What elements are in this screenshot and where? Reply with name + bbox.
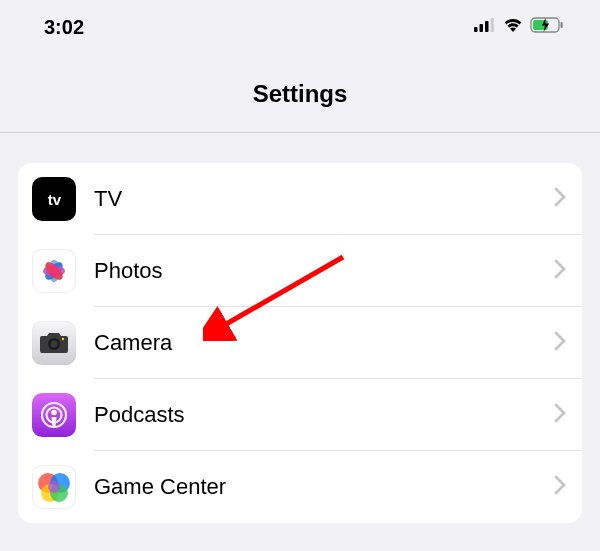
wifi-icon (502, 17, 524, 37)
gamecenter-app-icon (32, 465, 76, 509)
page-title: Settings (0, 80, 600, 108)
svg-point-20 (51, 410, 57, 416)
svg-rect-1 (480, 24, 484, 32)
svg-point-17 (62, 338, 64, 340)
svg-point-25 (48, 481, 60, 493)
settings-row-tv[interactable]: tv TV (18, 163, 582, 235)
status-bar: 3:02 (0, 0, 600, 48)
chevron-right-icon (554, 475, 566, 499)
row-label: Game Center (94, 474, 554, 500)
settings-row-camera[interactable]: Camera (18, 307, 582, 379)
svg-point-16 (51, 341, 58, 348)
svg-rect-5 (561, 22, 563, 28)
svg-rect-0 (474, 27, 478, 32)
settings-list: tv TV Photos (18, 163, 582, 523)
row-label: TV (94, 186, 554, 212)
settings-row-podcasts[interactable]: Podcasts (18, 379, 582, 451)
chevron-right-icon (554, 259, 566, 283)
svg-rect-3 (491, 18, 495, 32)
row-label: Camera (94, 330, 554, 356)
chevron-right-icon (554, 331, 566, 355)
row-label: Photos (94, 258, 554, 284)
svg-rect-2 (485, 21, 489, 32)
podcasts-app-icon (32, 393, 76, 437)
photos-app-icon (32, 249, 76, 293)
status-time: 3:02 (44, 16, 84, 39)
header-divider (0, 132, 600, 133)
tv-app-icon: tv (32, 177, 76, 221)
row-label: Podcasts (94, 402, 554, 428)
chevron-right-icon (554, 403, 566, 427)
nav-header: Settings (0, 48, 600, 132)
chevron-right-icon (554, 187, 566, 211)
camera-app-icon (32, 321, 76, 365)
status-icons (474, 17, 564, 37)
settings-row-photos[interactable]: Photos (18, 235, 582, 307)
settings-row-gamecenter[interactable]: Game Center (18, 451, 582, 523)
battery-charging-icon (530, 17, 564, 37)
cellular-signal-icon (474, 18, 496, 36)
